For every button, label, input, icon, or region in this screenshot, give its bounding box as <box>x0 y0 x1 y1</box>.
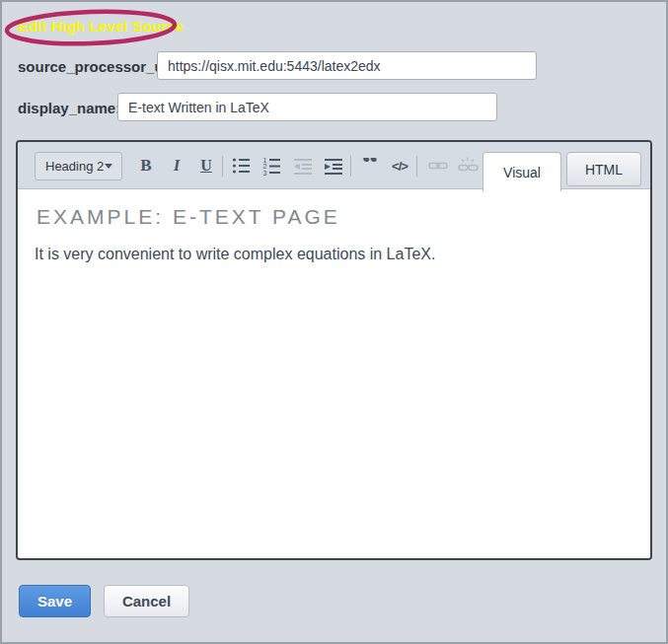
link-button[interactable] <box>425 152 451 179</box>
link-icon <box>427 156 449 176</box>
edit-high-level-source-dialog: Edit High Level Source source_processor_… <box>0 0 668 644</box>
toolbar-separator <box>416 156 417 177</box>
rich-text-editor: Heading 2 B I U 1 <box>16 140 652 560</box>
source-processor-url-label: source_processor_url: <box>18 58 179 75</box>
save-button[interactable]: Save <box>19 585 91 617</box>
cancel-button[interactable]: Cancel <box>104 585 189 617</box>
unlink-icon <box>458 156 480 176</box>
tab-visual-label: Visual <box>503 165 541 180</box>
blockquote-icon: “ <box>362 158 379 174</box>
source-processor-url-input[interactable] <box>157 51 537 80</box>
toolbar-separator <box>222 156 223 177</box>
bold-icon: B <box>140 156 151 176</box>
format-select-value: Heading 2 <box>36 159 105 174</box>
numbered-list-icon: 1 2 3 <box>261 156 281 176</box>
italic-button[interactable]: I <box>164 152 189 179</box>
underline-button[interactable]: U <box>193 152 219 179</box>
bullet-list-icon <box>231 156 251 176</box>
tab-html[interactable]: HTML <box>566 152 641 186</box>
tab-visual[interactable]: Visual <box>482 152 561 191</box>
format-select[interactable]: Heading 2 <box>35 152 122 180</box>
underline-icon: U <box>200 157 212 175</box>
outdent-icon <box>293 156 313 176</box>
tab-html-label: HTML <box>585 162 623 178</box>
display-name-input[interactable] <box>117 93 497 121</box>
toolbar-separator <box>350 156 351 177</box>
document-heading: EXAMPLE: E-TEXT PAGE <box>37 205 340 229</box>
document-paragraph: It is very convenient to write complex e… <box>35 246 435 263</box>
blockquote-button[interactable]: “ <box>357 152 383 179</box>
numbered-list-button[interactable]: 1 2 3 <box>259 152 284 179</box>
unlink-button[interactable] <box>456 152 482 179</box>
code-icon: </> <box>392 159 408 174</box>
indent-button[interactable] <box>321 152 346 179</box>
svg-text:3: 3 <box>263 170 267 177</box>
italic-icon: I <box>174 156 181 176</box>
editor-content[interactable]: EXAMPLE: E-TEXT PAGE It is very convenie… <box>18 189 650 557</box>
bold-button[interactable]: B <box>133 152 159 179</box>
code-button[interactable]: </> <box>387 152 412 179</box>
editor-toolbar: Heading 2 B I U 1 <box>18 142 650 189</box>
outdent-button[interactable] <box>290 152 316 179</box>
chevron-down-icon <box>105 164 112 169</box>
indent-icon <box>324 156 343 176</box>
display-name-label: display_name: <box>18 100 120 116</box>
bullet-list-button[interactable] <box>228 152 254 179</box>
edit-high-level-source-link[interactable]: Edit High Level Source <box>18 18 184 35</box>
